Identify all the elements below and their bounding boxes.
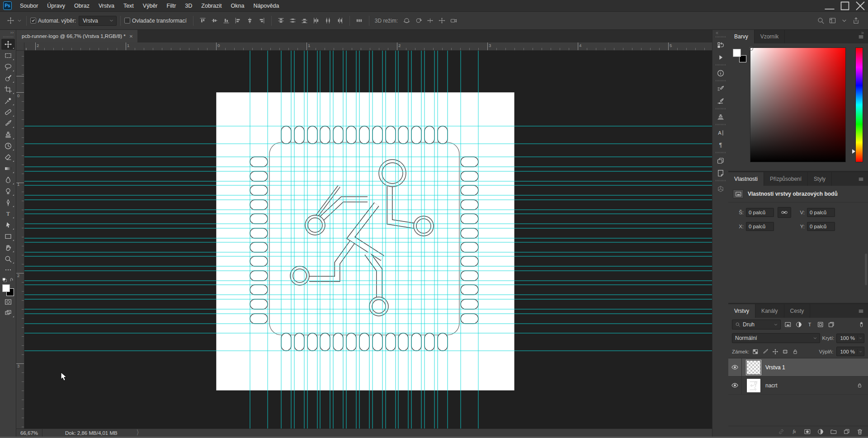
align-center-h-button[interactable] xyxy=(244,15,256,27)
dist-left-button[interactable] xyxy=(311,15,322,27)
panel-menu-icon[interactable] xyxy=(858,172,868,186)
tool-move[interactable] xyxy=(1,39,15,50)
layer-filter-dropdown[interactable]: Druh xyxy=(732,320,781,330)
panel-menu-icon[interactable] xyxy=(858,304,868,318)
share-button[interactable] xyxy=(850,15,862,27)
align-right-button[interactable] xyxy=(256,15,268,27)
dist-spacing-button[interactable] xyxy=(354,15,365,27)
lock-transparent-button[interactable] xyxy=(752,349,759,355)
tool-lasso[interactable] xyxy=(1,61,15,72)
properties-tab-styly[interactable]: Styly xyxy=(808,172,832,186)
panel-foreground-well[interactable] xyxy=(733,49,741,57)
tool-eraser[interactable] xyxy=(1,152,15,163)
tool-crop[interactable] xyxy=(1,84,15,95)
menu-obraz[interactable]: Obraz xyxy=(70,0,94,12)
layers-tab-cesty[interactable]: Cesty xyxy=(784,304,811,318)
fx-button[interactable]: fx xyxy=(791,428,798,435)
folder-button[interactable] xyxy=(830,428,837,435)
filter-adjust-button[interactable] xyxy=(794,320,803,330)
menu-filtr[interactable]: Filtr xyxy=(162,0,181,12)
layer-name[interactable]: nacrt xyxy=(765,382,778,389)
lock-all-button[interactable] xyxy=(792,349,798,355)
tool-rectangle[interactable] xyxy=(1,231,15,242)
scrollbar[interactable] xyxy=(865,254,867,285)
rail-libraries-button[interactable] xyxy=(714,183,727,195)
rail-info-button[interactable] xyxy=(714,67,727,79)
width-field[interactable] xyxy=(746,208,774,217)
chevron-down-button[interactable] xyxy=(838,15,850,27)
opacity-dropdown[interactable]: 100 % xyxy=(836,334,864,343)
tool-eyedropper[interactable] xyxy=(1,95,15,106)
colors-tab-barvy[interactable]: Barvy xyxy=(728,30,755,43)
3d-roll-button[interactable] xyxy=(412,15,424,27)
tool-zoom[interactable] xyxy=(1,254,15,264)
layer-thumbnail[interactable] xyxy=(746,378,761,393)
mask-button[interactable] xyxy=(804,428,811,435)
ruler-corner[interactable] xyxy=(16,42,24,51)
auto-select-dropdown[interactable]: Vrstva xyxy=(79,16,117,26)
visibility-toggle[interactable] xyxy=(728,358,742,376)
color-field-marker[interactable] xyxy=(749,47,753,51)
tool-blur[interactable] xyxy=(1,174,15,185)
properties-tab-prizpusobeni[interactable]: Přizpůsobení xyxy=(764,172,808,186)
dist-bottom-button[interactable] xyxy=(299,15,311,27)
tool-healing[interactable] xyxy=(1,107,15,118)
auto-select-checkbox[interactable] xyxy=(30,18,36,24)
menu-upravy[interactable]: Úpravy xyxy=(42,0,70,12)
layer-thumbnail[interactable] xyxy=(746,360,761,375)
lock-pixels-button[interactable] xyxy=(762,349,769,355)
rail-history-button[interactable] xyxy=(714,39,727,51)
y-field[interactable] xyxy=(807,222,835,231)
tool-history-brush[interactable] xyxy=(1,141,15,151)
link-button[interactable] xyxy=(778,428,785,435)
menu-zobrazit[interactable]: Zobrazit xyxy=(197,0,226,12)
ruler-left[interactable]: 0123 xyxy=(16,51,24,429)
default-colors-icon[interactable] xyxy=(2,277,8,283)
tool-pen[interactable] xyxy=(1,197,15,208)
canvas-viewport[interactable] xyxy=(24,51,712,429)
link-dimensions-icon[interactable] xyxy=(778,207,791,218)
rail-layer-comps-button[interactable] xyxy=(714,155,727,167)
lock-artboard-button[interactable] xyxy=(782,349,788,355)
workspace-button[interactable] xyxy=(826,15,838,27)
align-left-button[interactable] xyxy=(232,15,244,27)
tool-marquee[interactable] xyxy=(1,50,15,61)
height-field[interactable] xyxy=(807,208,835,217)
search-button[interactable] xyxy=(815,15,826,27)
status-chevron-icon[interactable]: 〉 xyxy=(137,428,142,438)
filter-smart-button[interactable] xyxy=(826,320,836,330)
menu-3d[interactable]: 3D xyxy=(180,0,197,12)
menu-soubor[interactable]: Soubor xyxy=(15,0,42,12)
hue-slider[interactable] xyxy=(855,47,863,162)
minimize-button[interactable] xyxy=(822,0,837,12)
blend-mode-dropdown[interactable]: Normální xyxy=(732,333,820,343)
properties-tab-vlastnosti[interactable]: Vlastnosti xyxy=(728,172,764,186)
close-button[interactable] xyxy=(853,0,868,12)
x-field[interactable] xyxy=(746,222,774,231)
close-tab-icon[interactable]: ✕ xyxy=(129,34,133,39)
filter-shape-button[interactable] xyxy=(816,320,825,330)
hue-slider-marker[interactable] xyxy=(852,149,855,154)
menu-text[interactable]: Text xyxy=(119,0,138,12)
trash-button[interactable] xyxy=(856,428,863,435)
3d-slide-button[interactable] xyxy=(436,15,448,27)
quick-mask-button[interactable] xyxy=(1,297,15,307)
layer-row-nacrt[interactable]: nacrt xyxy=(728,377,868,395)
swap-colors-icon[interactable] xyxy=(9,277,14,283)
dist-middle-v-button[interactable] xyxy=(287,15,299,27)
tool-path-select[interactable] xyxy=(1,220,15,231)
tool-type[interactable]: T xyxy=(1,208,15,219)
rail-character-button[interactable]: A xyxy=(714,127,727,139)
rail-brushes-button[interactable] xyxy=(714,95,727,107)
color-wells[interactable] xyxy=(2,284,14,297)
align-middle-v-button[interactable] xyxy=(209,15,221,27)
collapse-panels-icon[interactable] xyxy=(860,31,865,35)
colors-tab-vzornik[interactable]: Vzorník xyxy=(755,30,785,43)
panel-color-wells[interactable] xyxy=(733,49,746,62)
fill-dropdown[interactable]: 100 % xyxy=(836,347,864,356)
filter-toggle-icon[interactable] xyxy=(859,320,864,329)
menu-napoveda[interactable]: Nápověda xyxy=(249,0,283,12)
3d-orbit-button[interactable] xyxy=(401,15,412,27)
dist-top-button[interactable] xyxy=(275,15,287,27)
visibility-toggle[interactable] xyxy=(728,377,742,394)
